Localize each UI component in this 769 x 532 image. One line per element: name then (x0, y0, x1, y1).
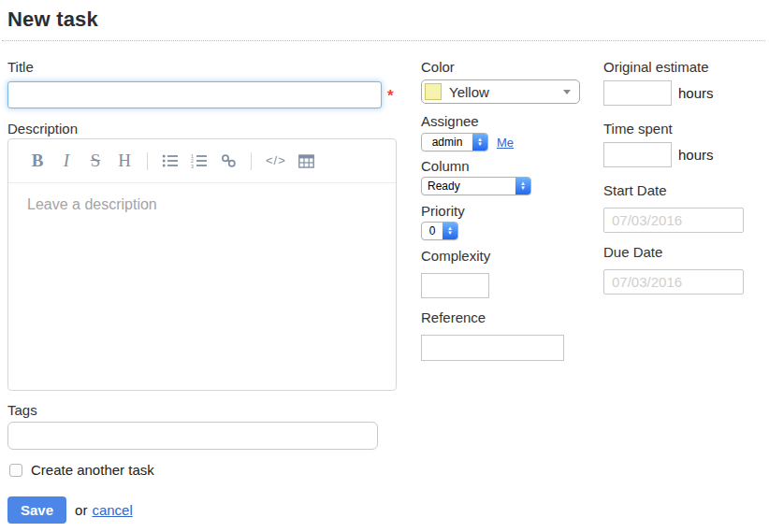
column-selected-value: Ready (422, 178, 515, 194)
svg-text:3: 3 (191, 164, 194, 168)
toolbar-divider (147, 152, 148, 170)
reference-input[interactable] (421, 335, 564, 361)
middle-column: Color Yellow Assignee admin ▲▼ Me Column… (421, 53, 589, 446)
due-date-input[interactable] (603, 269, 744, 295)
time-spent-input[interactable] (603, 142, 672, 167)
cancel-link[interactable]: cancel (92, 502, 132, 518)
chevron-down-icon (563, 90, 571, 94)
color-select[interactable]: Yellow (421, 79, 580, 104)
title-label: Title (7, 60, 34, 75)
save-button[interactable]: Save (7, 496, 66, 524)
toolbar-divider (251, 152, 252, 170)
time-spent-label: Time spent (603, 122, 673, 137)
due-date-label: Due Date (603, 245, 662, 260)
color-label: Color (421, 60, 455, 75)
assignee-selected-value: admin (422, 134, 472, 151)
assignee-select[interactable]: admin ▲▼ (421, 133, 488, 151)
start-date-label: Start Date (603, 183, 667, 198)
title-input[interactable] (7, 81, 382, 108)
priority-selected-value: 0 (422, 223, 443, 239)
page-header: New task (2, 0, 765, 41)
original-estimate-row: hours (603, 80, 714, 106)
create-another-row: Create another task (9, 462, 154, 478)
original-estimate-label: Original estimate (603, 60, 709, 75)
left-column: Title * Description B I S H 1 (7, 53, 405, 532)
select-stepper-icon: ▲▼ (472, 134, 487, 151)
page-title: New task (7, 7, 765, 32)
complexity-label: Complexity (421, 249, 490, 264)
assign-to-me-link[interactable]: Me (497, 136, 514, 150)
description-editor: B I S H 1 2 3 (7, 138, 397, 391)
unordered-list-icon[interactable] (162, 150, 179, 172)
description-label: Description (7, 122, 78, 137)
bold-icon[interactable]: B (29, 150, 46, 172)
table-icon[interactable] (298, 150, 315, 172)
code-icon[interactable]: </> (266, 150, 286, 172)
priority-select[interactable]: 0 ▲▼ (421, 222, 458, 240)
color-selected-value: Yellow (449, 84, 556, 100)
link-icon[interactable] (220, 150, 237, 172)
tags-label: Tags (7, 403, 37, 418)
create-another-label: Create another task (31, 462, 154, 478)
or-text: or (75, 502, 87, 518)
strikethrough-icon[interactable]: S (87, 150, 104, 172)
heading-icon[interactable]: H (116, 150, 133, 172)
ordered-list-icon[interactable]: 1 2 3 (191, 150, 208, 172)
new-task-page: New task Title * Description B I S H (0, 0, 769, 532)
form-actions: Save or cancel (7, 496, 133, 524)
assignee-label: Assignee (421, 114, 479, 129)
start-date-input[interactable] (603, 208, 744, 233)
description-toolbar: B I S H 1 2 3 (8, 139, 396, 183)
assignee-row: admin ▲▼ Me (421, 133, 514, 151)
time-spent-row: hours (603, 142, 714, 167)
column-select[interactable]: Ready ▲▼ (421, 177, 531, 195)
color-swatch-yellow (425, 83, 442, 100)
complexity-input[interactable] (421, 273, 489, 298)
reference-label: Reference (421, 310, 486, 325)
right-column: Original estimate hours Time spent hours… (603, 53, 769, 352)
description-textarea[interactable] (8, 183, 396, 389)
original-estimate-input[interactable] (603, 80, 672, 106)
original-estimate-suffix: hours (678, 85, 714, 101)
select-stepper-icon: ▲▼ (443, 223, 457, 239)
select-stepper-icon: ▲▼ (515, 178, 530, 194)
priority-label: Priority (421, 204, 465, 219)
column-label: Column (421, 159, 470, 174)
tags-input[interactable] (7, 422, 378, 450)
italic-icon[interactable]: I (58, 150, 75, 172)
create-another-checkbox[interactable] (9, 464, 22, 477)
time-spent-suffix: hours (678, 147, 714, 163)
required-asterisk: * (387, 87, 394, 106)
